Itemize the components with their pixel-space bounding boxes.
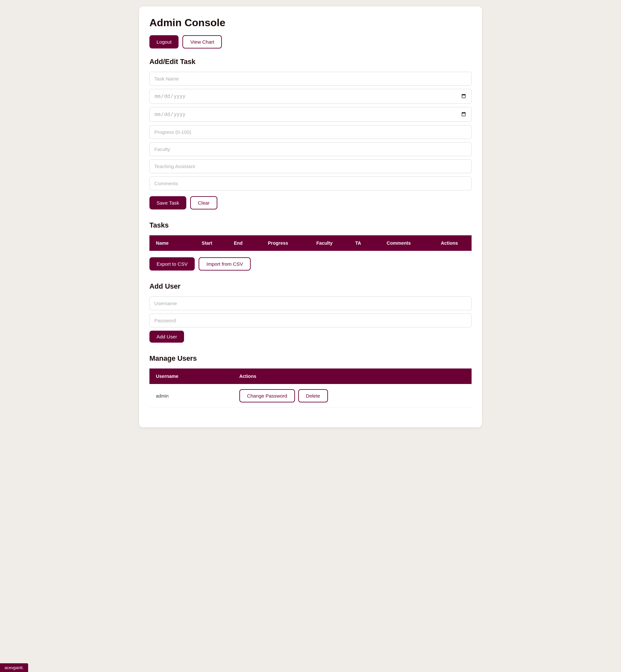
csv-buttons: Export to CSV Import from CSV [150, 257, 471, 271]
clear-button[interactable]: Clear [190, 196, 217, 210]
tasks-title: Tasks [150, 221, 471, 229]
tasks-section: Tasks Name Start End Progress Faculty TA… [150, 221, 471, 271]
comments-input[interactable] [150, 177, 471, 190]
logout-button[interactable]: Logout [150, 35, 178, 48]
tasks-table-header-row: Name Start End Progress Faculty TA Comme… [150, 235, 471, 251]
username-input[interactable] [150, 297, 471, 310]
delete-button[interactable]: Delete [298, 389, 328, 402]
main-card: Admin Console Logout View Chart Add/Edit… [139, 6, 482, 427]
tasks-table: Name Start End Progress Faculty TA Comme… [150, 235, 471, 251]
progress-input[interactable] [150, 125, 471, 139]
change-password-button[interactable]: Change Password [239, 389, 295, 402]
tasks-col-end: End [223, 235, 253, 251]
end-date-input[interactable] [150, 107, 471, 122]
tasks-col-start: Start [191, 235, 223, 251]
ta-input[interactable] [150, 160, 471, 173]
save-task-button[interactable]: Save Task [150, 196, 186, 210]
footer-bar: acevgantt. [0, 663, 28, 672]
tasks-col-actions: Actions [427, 235, 471, 251]
add-edit-task-title: Add/Edit Task [150, 57, 471, 66]
tasks-col-ta: TA [346, 235, 370, 251]
tasks-col-name: Name [150, 235, 191, 251]
page-title: Admin Console [150, 17, 471, 29]
form-actions: Save Task Clear [150, 196, 471, 210]
tasks-col-progress: Progress [253, 235, 303, 251]
users-table-header-row: Username Actions [150, 368, 471, 384]
task-name-input[interactable] [150, 72, 471, 86]
user-actions: Change Password Delete [233, 384, 471, 408]
footer-label: acevgantt. [4, 665, 24, 670]
add-edit-task-section: Add/Edit Task Save Task Clear [150, 57, 471, 210]
import-csv-button[interactable]: Import from CSV [199, 257, 251, 271]
password-input[interactable] [150, 314, 471, 327]
manage-users-title: Manage Users [150, 354, 471, 363]
add-user-section: Add User Add User [150, 282, 471, 343]
top-buttons: Logout View Chart [150, 35, 471, 48]
user-username: admin [150, 384, 233, 408]
users-col-actions: Actions [233, 368, 471, 384]
start-date-input[interactable] [150, 89, 471, 104]
faculty-input[interactable] [150, 142, 471, 156]
tasks-col-faculty: Faculty [303, 235, 346, 251]
export-csv-button[interactable]: Export to CSV [150, 257, 195, 271]
add-user-title: Add User [150, 282, 471, 290]
users-col-username: Username [150, 368, 233, 384]
add-user-button[interactable]: Add User [150, 331, 184, 343]
users-table: Username Actions admin Change Password D… [150, 368, 471, 408]
table-row: admin Change Password Delete [150, 384, 471, 408]
tasks-col-comments: Comments [370, 235, 427, 251]
manage-users-section: Manage Users Username Actions admin Chan… [150, 354, 471, 408]
view-chart-button[interactable]: View Chart [182, 35, 222, 48]
